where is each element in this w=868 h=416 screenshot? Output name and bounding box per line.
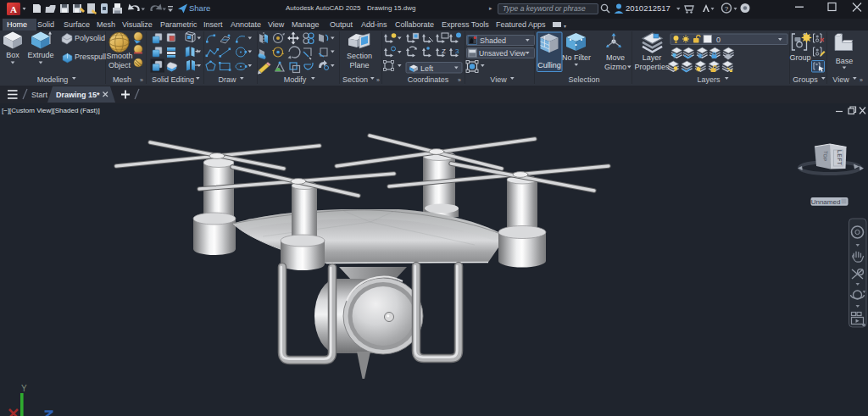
svg-text:»: » [860, 77, 863, 83]
svg-text:View: View [832, 75, 849, 84]
svg-text:Base: Base [836, 57, 854, 65]
svg-text:LEFT: LEFT [837, 150, 843, 166]
svg-text:Extrude: Extrude [27, 51, 53, 59]
svg-text:»: » [458, 77, 461, 83]
svg-text:Move: Move [606, 53, 625, 62]
svg-text:Smooth: Smooth [106, 52, 132, 60]
svg-text:Drawing 15*: Drawing 15* [56, 91, 100, 99]
svg-text:?: ? [725, 5, 729, 13]
svg-text:Selection: Selection [568, 75, 599, 84]
svg-text:Section: Section [347, 52, 372, 60]
svg-text:Shaded: Shaded [480, 36, 506, 45]
svg-text:Coordinates: Coordinates [408, 75, 449, 84]
svg-text:Properties: Properties [634, 63, 670, 71]
svg-text:Layer: Layer [643, 53, 662, 62]
svg-text:Draw: Draw [218, 75, 236, 84]
svg-text:Start: Start [31, 91, 48, 99]
svg-text:TOP: TOP [822, 151, 828, 162]
svg-text:Z: Z [442, 47, 446, 55]
svg-text:Presspull: Presspull [75, 53, 106, 61]
svg-text:View: View [490, 75, 507, 84]
svg-text:»: » [140, 77, 143, 83]
svg-text:No Filter: No Filter [562, 53, 591, 62]
svg-text:A: A [10, 4, 17, 14]
svg-text:»: » [376, 77, 380, 83]
svg-text:Unsaved View: Unsaved View [479, 49, 526, 58]
svg-text:Y: Y [21, 384, 27, 393]
svg-text:Culling: Culling [537, 61, 561, 69]
svg-text:0: 0 [716, 36, 721, 44]
svg-text:Polysolid: Polysolid [75, 34, 105, 42]
svg-text:Layers: Layers [697, 75, 721, 84]
svg-text:Section: Section [342, 75, 368, 84]
svg-text:Gizmo: Gizmo [604, 63, 626, 71]
svg-text:3: 3 [455, 47, 459, 55]
svg-text:[−][Custom View][Shaded (Fast): [−][Custom View][Shaded (Fast)] [2, 107, 100, 114]
svg-text:Left: Left [420, 64, 434, 73]
svg-text:Mesh: Mesh [113, 75, 131, 84]
svg-text:Solid Editing: Solid Editing [152, 75, 194, 84]
svg-text:Groups: Groups [793, 75, 818, 84]
svg-text:Object: Object [108, 61, 131, 69]
svg-text:Modify: Modify [284, 75, 307, 84]
svg-text:Box: Box [6, 51, 19, 59]
svg-text:Plane: Plane [349, 61, 369, 69]
svg-text:Modeling: Modeling [37, 75, 69, 84]
svg-text:Unnamed: Unnamed [811, 198, 841, 206]
svg-text:Group: Group [789, 53, 810, 62]
